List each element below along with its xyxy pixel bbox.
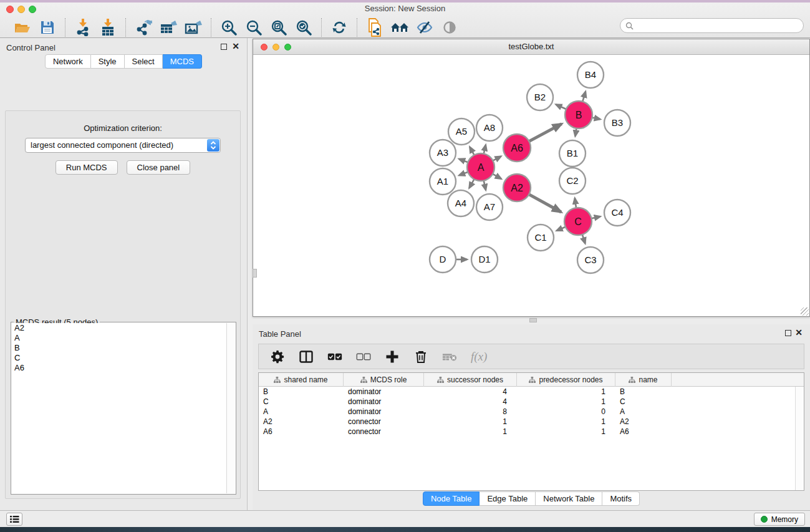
window-resize-grip[interactable] xyxy=(801,307,809,316)
zoom-in-icon[interactable] xyxy=(216,18,241,37)
split-handle-left[interactable] xyxy=(253,269,257,278)
column-header-shared-name[interactable]: shared name xyxy=(259,373,344,387)
graph-node-A8[interactable]: A8 xyxy=(476,115,503,141)
table-row[interactable]: A6connector11A6 xyxy=(259,427,794,437)
mcds-result-item[interactable]: A xyxy=(12,333,226,343)
column-header-predecessor-nodes[interactable]: predecessor nodes xyxy=(517,373,615,387)
graph-node-D1[interactable]: D1 xyxy=(471,246,498,273)
graph-edge-C-C2[interactable] xyxy=(575,198,576,208)
graph-node-A6[interactable]: A6 xyxy=(503,134,531,162)
network-canvas[interactable]: B4B2BB3A5A8A6B1A3AA1C2A2A4A7C4CC1C3DD1 xyxy=(253,55,809,316)
graph-node-B1[interactable]: B1 xyxy=(559,140,586,167)
graph-edge-B-B1[interactable] xyxy=(575,128,576,137)
function-builder-icon[interactable]: f(x) xyxy=(471,350,487,364)
graph-edge-A-A7[interactable] xyxy=(484,180,486,190)
graph-edge-A-A5[interactable] xyxy=(470,147,474,155)
graph-node-C3[interactable]: C3 xyxy=(577,247,604,273)
add-column-icon[interactable] xyxy=(385,349,400,364)
table-tab-node-table[interactable]: Node Table xyxy=(423,491,480,506)
table-row[interactable]: Adominator80A xyxy=(259,407,794,417)
float-panel-icon[interactable] xyxy=(221,44,227,50)
graph-edge-A-A6[interactable] xyxy=(493,157,501,161)
zoom-window-button[interactable] xyxy=(29,6,36,13)
column-header-successor-nodes[interactable]: successor nodes xyxy=(424,373,517,387)
graph-node-B2[interactable]: B2 xyxy=(527,84,553,110)
mcds-result-scrollbar[interactable] xyxy=(226,323,235,493)
network-window-titlebar[interactable]: testGlobe.txt xyxy=(253,39,809,55)
tab-select[interactable]: Select xyxy=(125,54,163,69)
graph-node-C1[interactable]: C1 xyxy=(528,225,554,251)
mcds-result-item[interactable]: B xyxy=(12,343,226,353)
zoom-selected-icon[interactable] xyxy=(291,18,316,37)
import-network-icon[interactable] xyxy=(70,18,95,37)
graph-node-C2[interactable]: C2 xyxy=(559,168,586,194)
optimization-criterion-dropdown[interactable]: largest connected component (directed) xyxy=(25,138,221,153)
graph-node-A2[interactable]: A2 xyxy=(503,174,531,201)
close-panel-icon[interactable]: ✕ xyxy=(232,41,239,51)
graph-edge-A-A8[interactable] xyxy=(484,145,486,153)
table-tab-motifs[interactable]: Motifs xyxy=(602,491,640,506)
graph-edge-A-A2[interactable] xyxy=(493,174,501,179)
graph-node-C[interactable]: C xyxy=(564,208,592,235)
delete-column-icon[interactable] xyxy=(413,349,428,364)
table-float-panel-icon[interactable] xyxy=(785,330,791,336)
tab-style[interactable]: Style xyxy=(91,54,125,69)
graph-edge-C-C4[interactable] xyxy=(591,216,600,218)
column-header-name[interactable]: name xyxy=(615,373,672,387)
close-panel-button[interactable]: Close panel xyxy=(127,160,191,175)
graph-node-C4[interactable]: C4 xyxy=(604,200,630,226)
tab-mcds[interactable]: MCDS xyxy=(163,54,202,69)
export-image-icon[interactable] xyxy=(181,18,206,37)
network-close-button[interactable] xyxy=(261,44,268,51)
home-icon[interactable] xyxy=(387,18,412,37)
graph-node-A7[interactable]: A7 xyxy=(476,194,503,220)
hide-details-icon[interactable] xyxy=(412,18,437,37)
new-network-from-selection-icon[interactable] xyxy=(362,18,387,37)
graph-node-B4[interactable]: B4 xyxy=(577,62,604,88)
table-deselect-all-icon[interactable] xyxy=(356,349,371,364)
export-table-icon[interactable] xyxy=(156,18,181,37)
graph-edge-C-C1[interactable] xyxy=(557,227,566,231)
mcds-result-item[interactable]: C xyxy=(12,353,226,363)
graph-edge-B-B2[interactable] xyxy=(556,105,566,109)
graph-node-A[interactable]: A xyxy=(467,153,494,181)
task-history-button[interactable] xyxy=(6,513,22,526)
graph-edge-A6-B[interactable] xyxy=(529,124,561,142)
mcds-result-list[interactable]: A2ABCA6 xyxy=(12,323,226,493)
node-table[interactable]: shared nameMCDS rolesuccessor nodesprede… xyxy=(258,372,804,491)
refresh-view-icon[interactable] xyxy=(327,18,352,37)
table-row[interactable]: Bdominator41B xyxy=(259,387,794,397)
table-tab-network-table[interactable]: Network Table xyxy=(536,491,602,506)
table-row[interactable]: A2connector11A2 xyxy=(259,417,794,427)
graph-edge-A2-C[interactable] xyxy=(529,195,561,212)
graph-edge-A-A4[interactable] xyxy=(470,179,475,188)
graph-node-A3[interactable]: A3 xyxy=(430,140,456,166)
table-close-panel-icon[interactable]: ✕ xyxy=(795,327,803,337)
table-row[interactable]: Cdominator41C xyxy=(259,397,794,407)
search-input[interactable] xyxy=(634,20,803,31)
export-network-icon[interactable] xyxy=(131,18,156,37)
zoom-fit-icon[interactable] xyxy=(266,18,291,37)
mcds-result-item[interactable]: A2 xyxy=(12,323,226,333)
table-select-all-icon[interactable] xyxy=(327,349,342,364)
delete-table-icon[interactable] xyxy=(442,349,457,364)
column-header-MCDS-role[interactable]: MCDS role xyxy=(344,373,424,387)
graph-node-A1[interactable]: A1 xyxy=(430,168,456,195)
graph-edge-B-B4[interactable] xyxy=(582,92,586,102)
graph-node-D[interactable]: D xyxy=(430,246,456,273)
close-window-button[interactable] xyxy=(6,6,14,13)
mcds-result-item[interactable]: A6 xyxy=(12,363,226,373)
graph-node-B[interactable]: B xyxy=(565,101,592,128)
split-handle-bottom[interactable] xyxy=(529,318,537,322)
minimize-window-button[interactable] xyxy=(17,6,25,13)
run-mcds-button[interactable]: Run MCDS xyxy=(55,160,118,175)
graph-edge-B-B3[interactable] xyxy=(592,118,600,120)
graph-edge-A-A1[interactable] xyxy=(459,172,468,175)
graph-node-A4[interactable]: A4 xyxy=(448,190,474,216)
table-tab-edge-table[interactable]: Edge Table xyxy=(480,491,536,506)
table-column-view-icon[interactable] xyxy=(299,349,314,364)
graph-node-B3[interactable]: B3 xyxy=(604,110,630,136)
table-settings-icon[interactable] xyxy=(270,349,285,364)
open-session-icon[interactable] xyxy=(10,18,35,37)
tab-network[interactable]: Network xyxy=(45,54,91,69)
